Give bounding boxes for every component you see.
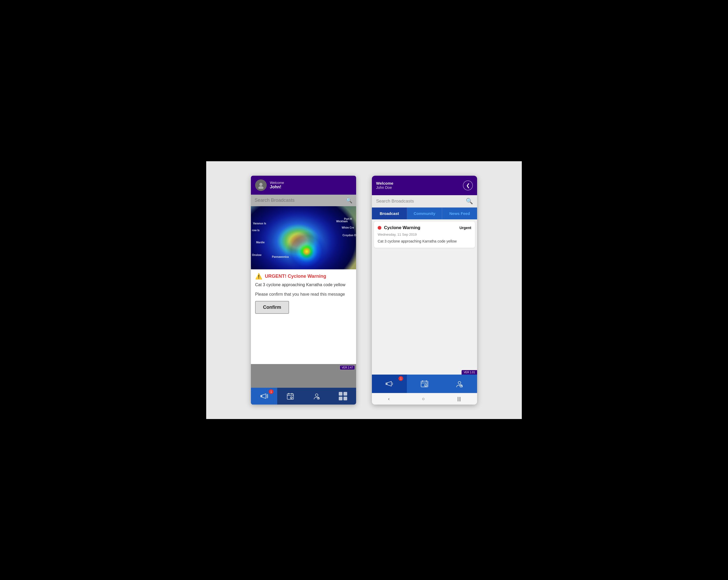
- right-header: Welcome John Doe ❮: [372, 176, 477, 195]
- urgent-dot: [378, 226, 381, 230]
- left-header: Welcome John!: [251, 176, 356, 195]
- nav-calendar[interactable]: [277, 388, 304, 405]
- map-background: Port H Varanus Is Wickham row Is Whim Cr…: [251, 206, 356, 269]
- tab-community[interactable]: Community: [407, 207, 442, 219]
- tab-bar: Broadcast Community News Feed: [372, 207, 477, 219]
- app-container: Welcome John! 🔍 Port H Varanus Is Wickha…: [206, 161, 522, 419]
- android-back[interactable]: ‹: [388, 396, 390, 402]
- map-label: Whim Cre: [342, 226, 354, 229]
- nav-right-calendar[interactable]: [407, 375, 442, 393]
- confirm-button[interactable]: Confirm: [255, 301, 289, 314]
- map-label: Wickham: [336, 220, 348, 223]
- avatar: [255, 179, 267, 191]
- left-bottom-nav: 1: [251, 388, 356, 405]
- urgent-title-row: ⚠️ URGENT! Cyclone Warning: [255, 273, 352, 280]
- right-bottom-nav: 1: [372, 375, 477, 393]
- svg-rect-3: [287, 394, 293, 399]
- right-user-name: John Doe: [376, 185, 393, 190]
- user-name: John!: [270, 185, 284, 190]
- card-body: Cat 3 cyclone approaching Karratha code …: [378, 238, 471, 244]
- android-recent[interactable]: |||: [457, 396, 461, 402]
- map-label: Onslow: [252, 254, 261, 256]
- nav-broadcast[interactable]: 1: [251, 388, 277, 405]
- svg-point-1: [258, 186, 263, 189]
- left-content: ⚠️ URGENT! Cyclone Warning Cat 3 cyclone…: [251, 269, 356, 364]
- left-search-bar[interactable]: 🔍: [251, 195, 356, 206]
- map-label: Croydon O: [342, 234, 356, 237]
- android-home[interactable]: ○: [422, 396, 425, 402]
- confirm-prompt: Please confirm that you have read this m…: [255, 292, 352, 297]
- search-icon-right: 🔍: [466, 198, 473, 205]
- svg-point-8: [315, 394, 318, 396]
- urgent-text: URGENT! Cyclone Warning: [265, 274, 326, 279]
- right-search-bar[interactable]: Search Broadcasts 🔍: [372, 195, 477, 207]
- version-badge-left: VER 2.47: [340, 365, 355, 370]
- urgent-badge: Urgent: [460, 226, 471, 230]
- svg-point-15: [424, 384, 427, 387]
- android-nav: ‹ ○ |||: [372, 393, 477, 405]
- broadcast-card[interactable]: Cyclone Warning Urgent Wednesday, 11 Sep…: [374, 222, 475, 248]
- map-label: Mardie: [256, 241, 265, 244]
- phone-left: Welcome John! 🔍 Port H Varanus Is Wickha…: [251, 176, 356, 405]
- search-placeholder: Search Broadcasts: [376, 199, 414, 204]
- svg-point-16: [458, 381, 461, 384]
- nav-more[interactable]: [330, 388, 356, 405]
- right-bottom-area: VER 1.01: [372, 250, 477, 375]
- card-date: Wednesday, 11 Sep 2019: [378, 232, 471, 236]
- map-label: row Is: [252, 229, 260, 232]
- card-title: Cyclone Warning: [384, 225, 420, 230]
- back-button[interactable]: ❮: [463, 180, 473, 191]
- phone-right: Welcome John Doe ❮ Search Broadcasts 🔍 B…: [372, 176, 477, 405]
- right-broadcast-badge: 1: [398, 376, 403, 381]
- nav-right-profile[interactable]: [442, 375, 477, 393]
- welcome-text: Welcome John!: [270, 181, 284, 190]
- right-welcome-text: Welcome John Doe: [376, 181, 393, 190]
- card-title-row: Cyclone Warning: [378, 225, 420, 230]
- warning-icon: ⚠️: [255, 273, 262, 280]
- alert-description: Cat 3 cyclone approaching Karratha code …: [255, 282, 352, 288]
- map-label: Pannawonica: [272, 255, 289, 258]
- nav-right-broadcast[interactable]: 1: [372, 375, 407, 393]
- version-badge-right: VER 1.01: [462, 370, 477, 375]
- map-label: Varanus Is: [253, 222, 266, 225]
- cyclone-map: Port H Varanus Is Wickham row Is Whim Cr…: [251, 206, 356, 269]
- nav-profile[interactable]: [304, 388, 330, 405]
- tab-broadcast[interactable]: Broadcast: [372, 207, 407, 219]
- left-bottom-gray: VER 2.47: [251, 364, 356, 388]
- card-header: Cyclone Warning Urgent: [378, 225, 471, 230]
- tab-newsfeed[interactable]: News Feed: [442, 207, 477, 219]
- broadcast-badge: 1: [269, 389, 274, 394]
- right-greeting: Welcome: [376, 181, 393, 185]
- greeting-label: Welcome: [270, 181, 284, 185]
- svg-point-0: [259, 183, 262, 186]
- search-icon: 🔍: [346, 197, 353, 204]
- left-search-input[interactable]: [255, 198, 343, 203]
